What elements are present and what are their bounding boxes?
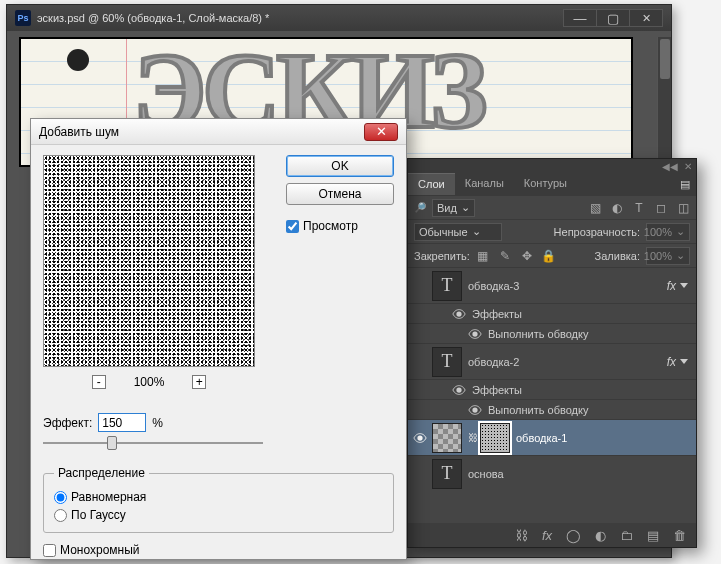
opacity-input[interactable]: 100%⌄ bbox=[646, 223, 690, 241]
amount-slider[interactable] bbox=[43, 436, 263, 452]
svg-point-3 bbox=[472, 407, 477, 412]
lock-row: Закрепить: ▦ ✎ ✥ 🔒 Заливка: 100%⌄ bbox=[408, 243, 696, 267]
vertical-scrollbar[interactable] bbox=[657, 37, 671, 167]
svg-point-1 bbox=[472, 331, 477, 336]
visibility-toggle[interactable] bbox=[468, 327, 482, 341]
panel-menu-button[interactable]: ▤ bbox=[674, 173, 696, 195]
gaussian-label: По Гауссу bbox=[71, 508, 126, 522]
effects-label: Эффекты bbox=[472, 384, 522, 396]
amount-label: Эффект: bbox=[43, 416, 92, 430]
tab-channels[interactable]: Каналы bbox=[455, 173, 514, 195]
visibility-toggle[interactable] bbox=[408, 431, 432, 445]
lock-paint-icon[interactable]: ✎ bbox=[498, 249, 512, 263]
scrollbar-thumb[interactable] bbox=[660, 39, 670, 79]
layer-name[interactable]: основа bbox=[468, 468, 504, 480]
stroke-effect-label: Выполнить обводку bbox=[488, 328, 588, 340]
distribution-group: Распределение Равномерная По Гауссу bbox=[43, 466, 394, 533]
layer-name[interactable]: обводка-2 bbox=[468, 356, 519, 368]
layer-name[interactable]: обводка-1 bbox=[516, 432, 567, 444]
delete-layer-icon[interactable]: 🗑 bbox=[673, 528, 686, 543]
add-style-icon[interactable]: fx bbox=[542, 528, 552, 543]
effect-stroke[interactable]: Выполнить обводку bbox=[408, 323, 696, 343]
panel-docking-bar[interactable]: ◀◀✕ bbox=[408, 159, 696, 173]
preview-checkbox[interactable] bbox=[286, 220, 299, 233]
svg-point-2 bbox=[456, 387, 461, 392]
amount-input[interactable] bbox=[98, 413, 146, 432]
cancel-button[interactable]: Отмена bbox=[286, 183, 394, 205]
filter-shape-icon[interactable]: ◻ bbox=[654, 201, 668, 215]
blend-mode-select[interactable]: Обычные ⌄ bbox=[414, 223, 502, 241]
preview-checkbox-row[interactable]: Просмотр bbox=[286, 219, 394, 233]
zoom-out-button[interactable]: - bbox=[92, 375, 106, 389]
lock-icons: ▦ ✎ ✥ 🔒 bbox=[476, 249, 556, 263]
layer-filter-select[interactable]: Вид ⌄ bbox=[432, 199, 475, 217]
window-controls: — ▢ ✕ bbox=[564, 9, 663, 27]
add-noise-dialog: Добавить шум ✕ - 100% + OK Отмена Просмо… bbox=[30, 118, 407, 560]
effects-header[interactable]: Эффекты bbox=[408, 379, 696, 399]
slider-track bbox=[43, 442, 263, 444]
visibility-toggle[interactable] bbox=[452, 383, 466, 397]
monochrome-checkbox[interactable] bbox=[43, 544, 56, 557]
gaussian-radio-row[interactable]: По Гауссу bbox=[54, 508, 383, 522]
uniform-label: Равномерная bbox=[71, 490, 146, 504]
amount-suffix: % bbox=[152, 416, 163, 430]
ok-button[interactable]: OK bbox=[286, 155, 394, 177]
lock-transparent-icon[interactable]: ▦ bbox=[476, 249, 490, 263]
gaussian-radio[interactable] bbox=[54, 509, 67, 522]
lock-label: Закрепить: bbox=[414, 250, 470, 262]
effects-label: Эффекты bbox=[472, 308, 522, 320]
link-layers-icon[interactable]: ⛓ bbox=[515, 528, 528, 543]
layer-obvodka-1[interactable]: ⛓ обводка-1 bbox=[408, 419, 696, 455]
effects-header[interactable]: Эффекты bbox=[408, 303, 696, 323]
filter-type-icon[interactable]: T bbox=[632, 201, 646, 215]
new-layer-icon[interactable]: ▤ bbox=[647, 528, 659, 543]
lock-all-icon[interactable]: 🔒 bbox=[542, 249, 556, 263]
new-group-icon[interactable]: 🗀 bbox=[620, 528, 633, 543]
mask-link-icon[interactable]: ⛓ bbox=[468, 432, 476, 443]
layer-obvodka-3[interactable]: T обводка-3 fx bbox=[408, 267, 696, 303]
fx-indicator[interactable]: fx bbox=[667, 279, 688, 293]
layers-panel: ◀◀✕ Слои Каналы Контуры ▤ 🔎 Вид ⌄ ▧ ◐ T … bbox=[407, 158, 697, 548]
zoom-in-button[interactable]: + bbox=[192, 375, 206, 389]
add-adjustment-icon[interactable]: ◐ bbox=[595, 528, 606, 543]
slider-thumb[interactable] bbox=[107, 436, 117, 450]
uniform-radio-row[interactable]: Равномерная bbox=[54, 490, 383, 504]
layers-footer: ⛓ fx ◯ ◐ 🗀 ▤ 🗑 bbox=[408, 523, 696, 547]
svg-point-4 bbox=[417, 435, 422, 440]
dialog-close-button[interactable]: ✕ bbox=[364, 123, 398, 141]
dialog-title: Добавить шум bbox=[39, 125, 119, 139]
visibility-toggle[interactable] bbox=[468, 403, 482, 417]
uniform-radio[interactable] bbox=[54, 491, 67, 504]
layer-mask-thumb[interactable] bbox=[480, 423, 510, 453]
svg-point-0 bbox=[456, 311, 461, 316]
chevron-down-icon bbox=[680, 359, 688, 364]
maximize-button[interactable]: ▢ bbox=[596, 9, 630, 27]
filter-pixel-icon[interactable]: ▧ bbox=[588, 201, 602, 215]
visibility-toggle[interactable] bbox=[452, 307, 466, 321]
lock-move-icon[interactable]: ✥ bbox=[520, 249, 534, 263]
noise-preview[interactable] bbox=[43, 155, 255, 367]
monochrome-row[interactable]: Монохромный bbox=[43, 543, 394, 557]
filter-smart-icon[interactable]: ◫ bbox=[676, 201, 690, 215]
add-mask-icon[interactable]: ◯ bbox=[566, 528, 581, 543]
layer-thumb-text: T bbox=[432, 347, 462, 377]
blend-mode-value: Обычные bbox=[419, 226, 468, 238]
preview-label: Просмотр bbox=[303, 219, 358, 233]
layer-filter-row: 🔎 Вид ⌄ ▧ ◐ T ◻ ◫ bbox=[408, 195, 696, 219]
photoshop-icon: Ps bbox=[15, 10, 31, 26]
layer-name[interactable]: обводка-3 bbox=[468, 280, 519, 292]
fx-indicator[interactable]: fx bbox=[667, 355, 688, 369]
layer-obvodka-2[interactable]: T обводка-2 fx bbox=[408, 343, 696, 379]
tab-layers[interactable]: Слои bbox=[408, 173, 455, 195]
tab-paths[interactable]: Контуры bbox=[514, 173, 577, 195]
opacity-label: Непрозрачность: bbox=[554, 226, 640, 238]
amount-row: Эффект: % bbox=[43, 413, 394, 432]
fill-input[interactable]: 100%⌄ bbox=[646, 247, 690, 265]
dialog-title-bar[interactable]: Добавить шум ✕ bbox=[31, 119, 406, 145]
effect-stroke[interactable]: Выполнить обводку bbox=[408, 399, 696, 419]
layer-osnova[interactable]: T основа bbox=[408, 455, 696, 491]
close-window-button[interactable]: ✕ bbox=[629, 9, 663, 27]
minimize-button[interactable]: — bbox=[563, 9, 597, 27]
filter-adjust-icon[interactable]: ◐ bbox=[610, 201, 624, 215]
document-title-bar[interactable]: Ps эскиз.psd @ 60% (обводка-1, Слой-маск… bbox=[7, 5, 671, 31]
